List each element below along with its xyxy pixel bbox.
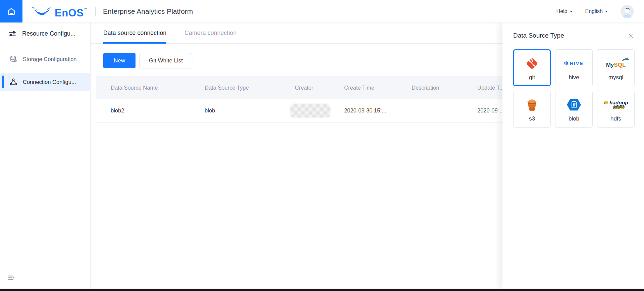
tab-data-source-connection[interactable]: Data source connection — [103, 22, 166, 43]
top-header: EnOS™ Enterprise Analytics Platform Help… — [0, 0, 644, 22]
language-menu[interactable]: English — [585, 8, 608, 14]
collapse-menu-icon — [7, 277, 15, 283]
card-label: mysql — [608, 74, 623, 81]
git-white-list-button[interactable]: Git White List — [140, 53, 192, 68]
card-label: hive — [569, 74, 579, 81]
mysql-icon: MySQL — [606, 55, 626, 72]
cell-creator — [295, 104, 344, 118]
new-button[interactable]: New — [103, 53, 136, 68]
sidebar-section-resource-configuration[interactable]: Resource Configu... — [0, 22, 90, 45]
card-label: blob — [569, 115, 579, 122]
hadoop-elephant-icon — [603, 100, 609, 105]
chevron-down-icon — [570, 11, 573, 12]
sidebar: Resource Configu... Storage Configuratio… — [0, 22, 91, 289]
sidebar-item-label: Storage Configuration — [23, 56, 77, 62]
tab-camera-connection[interactable]: Camera connection — [184, 22, 236, 43]
cell-data-source-name: blob2 — [96, 107, 205, 114]
column-header-creator[interactable]: Creator — [295, 85, 344, 91]
sidebar-item-label: Connection Configu... — [23, 79, 76, 85]
enos-logo: EnOS™ — [31, 5, 87, 18]
help-menu[interactable]: Help — [556, 8, 573, 14]
hadoop-hdfs-icon: hadoop HDFS — [603, 96, 628, 113]
home-icon — [7, 7, 16, 16]
data-source-type-s3[interactable]: s3 — [513, 91, 551, 128]
data-source-type-panel: Data Source Type g — [502, 22, 644, 289]
cell-create-time: 2020-09-30 15:... — [344, 107, 412, 114]
enos-dots-logo — [31, 5, 52, 18]
svg-text:01: 01 — [573, 105, 576, 108]
close-icon[interactable] — [628, 33, 634, 39]
cell-data-source-type: blob — [205, 107, 295, 114]
header-divider — [95, 7, 96, 16]
data-source-type-hdfs[interactable]: hadoop HDFS hdfs — [597, 91, 635, 128]
sidebar-section-label: Resource Configu... — [22, 30, 75, 37]
blob-hexagon-icon: 10 01 — [566, 96, 582, 113]
panel-title: Data Source Type — [513, 32, 628, 39]
data-source-type-git[interactable]: git — [513, 49, 551, 86]
sliders-icon — [8, 30, 16, 38]
column-header-create-time[interactable]: Create Time — [344, 85, 412, 91]
card-label: hdfs — [610, 115, 621, 122]
sidebar-item-connection-configuration[interactable]: Connection Configu... — [0, 73, 90, 91]
user-avatar[interactable] — [621, 5, 634, 18]
card-label: git — [529, 74, 535, 81]
sidebar-item-storage-configuration[interactable]: Storage Configuration — [0, 50, 90, 68]
creator-redacted-blur — [290, 104, 330, 118]
hive-icon: HIVE — [564, 55, 583, 72]
data-source-type-blob[interactable]: 10 01 blob — [555, 91, 593, 128]
chevron-down-icon — [605, 11, 608, 12]
data-source-type-grid: git HIVE hive — [513, 49, 635, 128]
column-header-data-source-name[interactable]: Data Source Name — [96, 85, 205, 91]
person-icon — [621, 5, 634, 18]
data-source-type-hive[interactable]: HIVE hive — [555, 49, 593, 86]
enos-wordmark: EnOS™ — [55, 8, 87, 18]
window-bottom-edge — [0, 289, 644, 291]
git-icon — [524, 55, 540, 72]
column-header-data-source-type[interactable]: Data Source Type — [205, 85, 295, 91]
database-gear-icon — [9, 55, 17, 63]
data-source-type-mysql[interactable]: MySQL mysql — [597, 49, 635, 86]
card-label: s3 — [529, 115, 535, 122]
app-title: Enterprise Analytics Platform — [103, 7, 193, 15]
column-header-description[interactable]: Description — [412, 85, 477, 91]
network-nodes-icon — [9, 78, 17, 86]
collapse-sidebar-button[interactable] — [7, 274, 15, 283]
s3-bucket-icon — [525, 96, 539, 113]
home-button[interactable] — [0, 0, 22, 22]
